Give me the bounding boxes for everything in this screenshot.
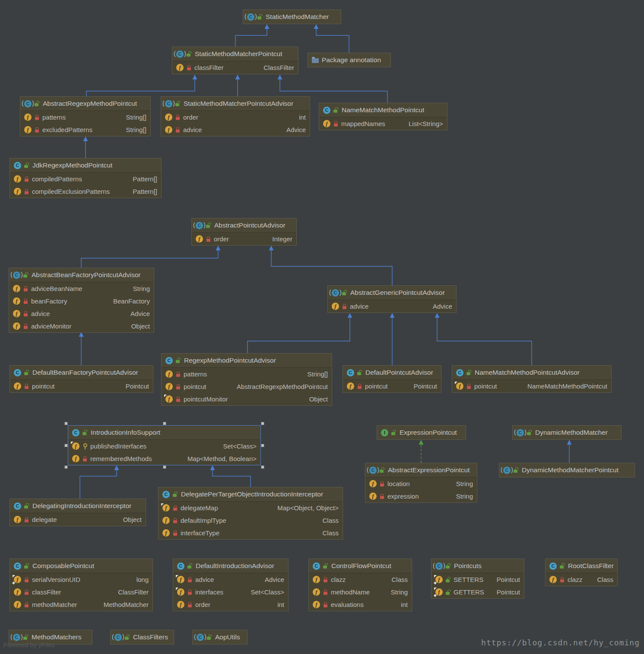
class-header[interactable]: CNameMatchMethodPointcut [319,103,447,117]
field-row[interactable]: fadviceAdvice [161,123,310,136]
class-header[interactable]: CRegexpMethodPointcutAdvisor [162,354,332,368]
field-row[interactable]: fcompiledExclusionPatternsPattern[] [10,185,161,198]
class-header[interactable]: CPointcuts [431,559,524,573]
class-box-RootClassFilter[interactable]: CRootClassFilterfclazzClass [545,559,618,586]
field-row[interactable]: forderInteger [192,233,296,245]
selection-handle[interactable] [163,422,166,425]
field-row[interactable]: fpatternsString[] [162,368,332,380]
field-row[interactable]: fadviceAdvice [328,300,456,313]
class-header[interactable]: CAbstractBeanFactoryPointcutAdvisor [9,268,154,282]
field-row[interactable]: fpointcutNameMatchMethodPointcut [452,380,611,392]
field-row[interactable]: forderint [161,111,310,123]
class-box-PackageAnnotation[interactable]: Package annotation [308,53,391,67]
class-box-StaticMethodMatcherPointcutAdvisor[interactable]: CStaticMethodMatcherPointcutAdvisorforde… [161,96,310,136]
field-row[interactable]: finterfacesSet<Class> [173,586,288,598]
field-row[interactable]: fserialVersionUIDlong [10,573,152,586]
field-row[interactable]: fdelegateObject [10,513,146,526]
field-row[interactable]: fclassFilterClassFilter [172,61,298,74]
field-row[interactable]: fdefaultImplTypeClass [159,514,343,527]
selection-handle[interactable] [163,465,166,469]
class-box-AbstractBeanFactoryPointcutAdvisor[interactable]: CAbstractBeanFactoryPointcutAdvisorfadvi… [9,268,154,333]
class-box-ComposablePointcut[interactable]: CComposablePointcutfserialVersionUIDlong… [10,559,153,611]
class-header[interactable]: CAbstractGenericPointcutAdvisor [328,286,456,300]
class-header[interactable]: CNameMatchMethodPointcutAdvisor [452,366,611,380]
class-header[interactable]: CAbstractExpressionPointcut [365,463,477,477]
class-header[interactable]: CDelegatePerTargetObjectIntroductionInte… [159,487,343,502]
selection-handle[interactable] [261,422,264,425]
class-box-DefaultBeanFactoryPointcutAdvisor[interactable]: CDefaultBeanFactoryPointcutAdvisorfpoint… [10,365,153,393]
class-header[interactable]: CDefaultPointcutAdvisor [343,366,441,380]
class-box-ControlFlowPointcut[interactable]: CControlFlowPointcutfclazzClassfmethodNa… [308,559,412,611]
class-box-AbstractGenericPointcutAdvisor[interactable]: CAbstractGenericPointcutAdvisorfadviceAd… [327,285,457,313]
field-row[interactable]: finterfaceTypeClass [159,527,343,539]
field-row[interactable]: fclassFilterClassFilter [10,586,152,598]
class-box-Pointcuts[interactable]: CPointcutsfSETTERSPointcutfGETTERSPointc… [431,559,524,599]
class-box-AopUtils[interactable]: CAopUtils [192,630,247,645]
selection-handle[interactable] [64,422,68,425]
field-row[interactable]: fpublishedInterfacesSet<Class> [68,440,260,452]
class-header[interactable]: CDelegatingIntroductionInterceptor [10,499,146,513]
field-row[interactable]: fSETTERSPointcut [431,573,524,586]
field-row[interactable]: fadviceMonitorObject [9,320,154,332]
field-row[interactable]: fdelegateMapMap<Object, Object> [159,502,343,514]
class-box-DynamicMethodMatcher[interactable]: CDynamicMethodMatcher [512,425,622,440]
field-row[interactable]: fpointcutPointcut [10,380,153,392]
class-header[interactable]: CRootClassFilter [546,559,617,573]
field-row[interactable]: fmethodNameString [309,586,412,598]
class-header[interactable]: CDynamicMethodMatcher [513,426,621,439]
field-row[interactable]: flocationString [365,477,477,490]
selection-handle[interactable] [64,465,68,469]
class-header[interactable]: Package annotation [308,53,390,67]
selection-handle[interactable] [261,465,264,469]
class-box-DefaultPointcutAdvisor[interactable]: CDefaultPointcutAdvisorfpointcutPointcut [343,365,441,393]
class-header[interactable]: CDefaultIntroductionAdvisor [173,559,288,573]
class-box-AbstractRegexpMethodPointcut[interactable]: CAbstractRegexpMethodPointcutfpatternsSt… [20,96,151,136]
class-header[interactable]: CStaticMethodMatcherPointcut [172,47,298,61]
field-row[interactable]: fpointcutAbstractRegexpMethodPointcut [162,380,332,393]
field-row[interactable]: fexcludedPatternsString[] [20,123,150,136]
field-row[interactable]: frememberedMethodsMap<Method, Boolean> [68,452,260,465]
class-box-StaticMethodMatcher[interactable]: CStaticMethodMatcher [243,9,341,24]
class-header[interactable]: CDynamicMethodMatcherPointcut [499,463,634,477]
class-header[interactable]: CStaticMethodMatcherPointcutAdvisor [161,97,310,111]
class-header[interactable]: CComposablePointcut [10,559,152,573]
class-box-NameMatchMethodPointcut[interactable]: CNameMatchMethodPointcutfmappedNamesList… [319,103,447,130]
class-header[interactable]: CAbstractPointcutAdvisor [192,218,296,233]
field-row[interactable]: fpatternsString[] [20,111,150,123]
class-header[interactable]: CClassFilters [111,630,174,644]
selection-handle[interactable] [261,444,264,447]
field-row[interactable]: forderint [173,598,288,611]
class-box-AbstractExpressionPointcut[interactable]: CAbstractExpressionPointcutflocationStri… [365,463,477,503]
class-box-ExpressionPointcut[interactable]: IExpressionPointcut [377,425,466,440]
field-row[interactable]: fadviceAdvice [173,573,288,586]
class-box-StaticMethodMatcherPointcut[interactable]: CStaticMethodMatcherPointcutfclassFilter… [172,47,298,74]
class-header[interactable]: CIntroductionInfoSupport [68,426,260,440]
field-row[interactable]: fevaluationsint [309,598,412,611]
class-box-IntroductionInfoSupport[interactable]: CIntroductionInfoSupportfpublishedInterf… [68,425,261,465]
class-box-DelegatingIntroductionInterceptor[interactable]: CDelegatingIntroductionInterceptorfdeleg… [10,499,146,526]
class-header[interactable]: CDefaultBeanFactoryPointcutAdvisor [10,366,153,380]
field-row[interactable]: fexpressionString [365,490,477,502]
field-row[interactable]: fclazzClass [546,573,617,586]
class-box-NameMatchMethodPointcutAdvisor[interactable]: CNameMatchMethodPointcutAdvisorfpointcut… [452,365,612,393]
field-row[interactable]: fadviceAdvice [9,307,154,320]
class-header[interactable]: CStaticMethodMatcher [243,10,341,24]
class-header[interactable]: CJdkRegexpMethodPointcut [10,158,161,173]
field-row[interactable]: fadviceBeanNameString [9,282,154,295]
selection-handle[interactable] [64,444,68,447]
field-row[interactable]: fpointcutMonitorObject [162,393,332,405]
class-box-ClassFilters[interactable]: CClassFilters [110,630,174,645]
field-row[interactable]: fmethodMatcherMethodMatcher [10,598,152,611]
class-box-DelegatePerTargetObjectIntroductionInterceptor[interactable]: CDelegatePerTargetObjectIntroductionInte… [158,487,343,540]
class-box-JdkRegexpMethodPointcut[interactable]: CJdkRegexpMethodPointcutfcompiledPattern… [10,158,162,198]
class-header[interactable]: CControlFlowPointcut [309,559,412,573]
class-header[interactable]: CAopUtils [193,630,247,644]
uml-diagram-canvas[interactable]: Powered by yFiles https://blog.csdn.net/… [0,0,644,654]
field-row[interactable]: fclazzClass [309,573,412,586]
field-row[interactable]: fmappedNamesList<String> [319,117,447,130]
class-header[interactable]: CAbstractRegexpMethodPointcut [20,97,150,111]
field-row[interactable]: fGETTERSPointcut [431,586,524,598]
class-box-RegexpMethodPointcutAdvisor[interactable]: CRegexpMethodPointcutAdvisorfpatternsStr… [161,353,332,406]
class-box-DynamicMethodMatcherPointcut[interactable]: CDynamicMethodMatcherPointcut [499,463,635,477]
field-row[interactable]: fbeanFactoryBeanFactory [9,295,154,307]
